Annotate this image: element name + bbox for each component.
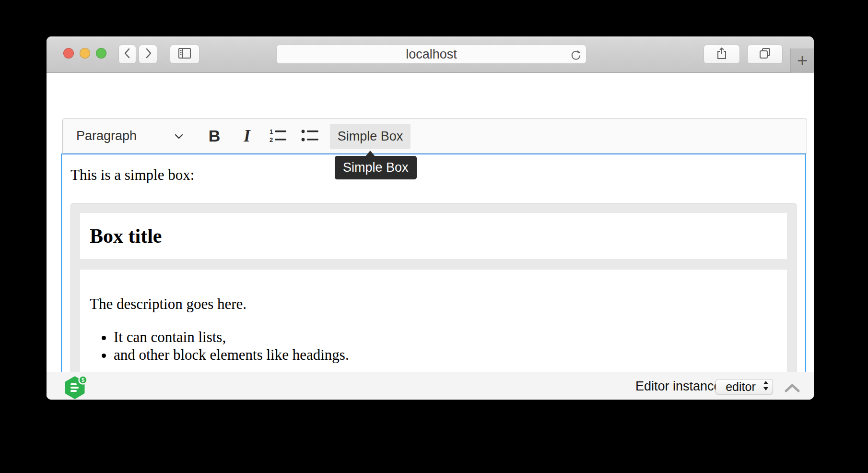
chevron-right-icon <box>143 47 153 61</box>
simple-box-title-section[interactable]: Box title <box>80 213 787 259</box>
bold-button-label: B <box>209 127 221 145</box>
ckeditor-logo-icon[interactable]: 5 <box>64 374 90 400</box>
intro-paragraph[interactable]: This is a simple box: <box>70 166 797 184</box>
simple-box-list: It can contain lists, and other block el… <box>90 328 777 364</box>
tooltip: Simple Box <box>335 156 417 179</box>
sidebar-toggle-button[interactable] <box>170 45 199 64</box>
tooltip-text: Simple Box <box>343 160 409 175</box>
bold-button[interactable]: B <box>201 119 228 153</box>
selected-instance: editor <box>716 380 762 394</box>
numbered-list-button[interactable]: 1 2 <box>264 119 291 153</box>
traffic-light-zoom-button[interactable] <box>96 48 106 59</box>
select-arrows-icon <box>762 380 769 393</box>
list-item[interactable]: It can contain lists, <box>114 328 777 346</box>
back-button[interactable] <box>118 45 136 64</box>
share-button[interactable] <box>704 45 740 64</box>
traffic-light-minimize-button[interactable] <box>80 48 90 59</box>
chevron-down-icon[interactable] <box>172 130 186 142</box>
chevron-left-icon <box>122 47 133 61</box>
numbered-list-icon: 1 2 <box>267 127 288 145</box>
list-item[interactable]: and other block elements like headings. <box>114 346 777 364</box>
share-icon <box>716 47 728 62</box>
editor-instance-select[interactable]: editor <box>716 379 773 394</box>
address-bar-url: localhost <box>406 47 457 62</box>
address-bar[interactable]: localhost <box>276 45 586 64</box>
svg-text:1: 1 <box>270 128 273 135</box>
tabs-overview-icon <box>758 47 772 62</box>
italic-button[interactable]: I <box>234 119 260 153</box>
refresh-icon[interactable] <box>569 48 582 61</box>
plus-icon: + <box>797 50 808 71</box>
simple-box-widget[interactable]: Box title The description goes here. It … <box>70 203 797 400</box>
svg-text:2: 2 <box>270 136 273 143</box>
editor-editable-area[interactable]: This is a simple box: Box title The desc… <box>61 154 806 400</box>
new-tab-button[interactable]: + <box>790 48 814 73</box>
simple-box-button[interactable]: Simple Box <box>330 124 411 149</box>
browser-window: localhost <box>47 36 814 400</box>
browser-toolbar: localhost <box>47 36 814 73</box>
editor-toolbar: Paragraph B I 1 2 <box>62 118 807 154</box>
editor-instance-label: Editor instance: <box>635 372 725 400</box>
bulleted-list-icon <box>299 127 320 145</box>
forward-button[interactable] <box>139 45 157 64</box>
show-tabs-button[interactable] <box>747 45 783 64</box>
sidebar-icon <box>177 47 192 61</box>
heading-dropdown-label: Paragraph <box>76 129 137 143</box>
web-page: Paragraph B I 1 2 <box>47 73 814 400</box>
simple-box-description[interactable]: The description goes here. <box>90 295 777 314</box>
bulleted-list-button[interactable] <box>296 119 323 153</box>
italic-button-label: I <box>244 127 250 146</box>
logo-badge: 5 <box>82 377 84 383</box>
inspector-bar: 5 Editor instance: editor <box>47 372 814 400</box>
collapse-inspector-button[interactable] <box>784 383 800 393</box>
simple-box-title[interactable]: Box title <box>90 223 777 249</box>
heading-dropdown[interactable]: Paragraph <box>76 119 137 153</box>
simple-box-button-label: Simple Box <box>338 129 403 144</box>
traffic-light-close-button[interactable] <box>63 48 74 59</box>
